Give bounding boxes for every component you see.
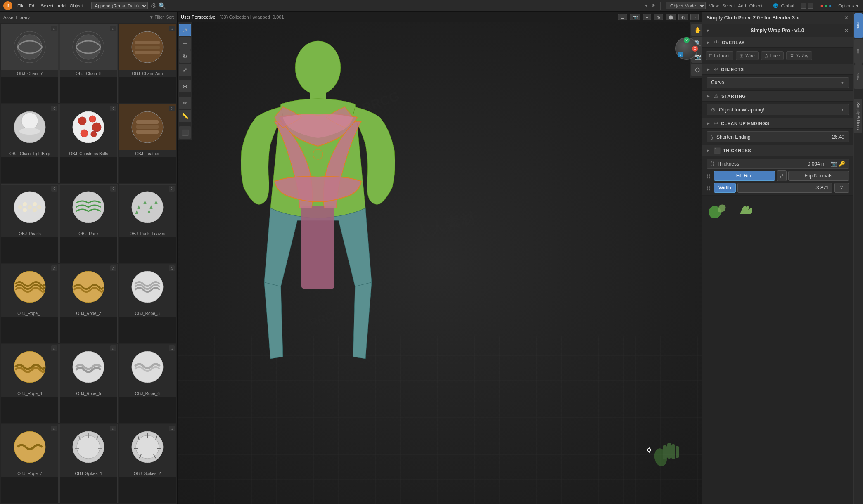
list-item[interactable]: ◇ OBJ_Chain_LightBulp bbox=[1, 104, 59, 183]
z-axis-orb: Z bbox=[678, 52, 683, 57]
list-item[interactable]: ◇ OBJ_Rope_1 bbox=[1, 264, 59, 343]
viewport-material-btn[interactable]: ◐ bbox=[678, 14, 688, 20]
list-item[interactable]: ◇ OBJ_Rope_6 bbox=[119, 344, 176, 423]
list-item[interactable]: ◇ OBJ_Rope_3 bbox=[119, 264, 176, 343]
list-item[interactable]: ◇ OBJ_Rank_Leaves bbox=[119, 184, 176, 263]
svg-rect-5 bbox=[135, 41, 160, 44]
menu-object[interactable]: Object bbox=[70, 3, 83, 8]
wrap-pro-close-icon[interactable]: ✕ bbox=[844, 27, 849, 34]
annotate-tool[interactable]: ✏ bbox=[179, 97, 191, 109]
list-item[interactable]: ◇ OBJ_Spikes_2 bbox=[119, 424, 176, 503]
wrap-pro-header[interactable]: ▾ Simply Wrap Pro - v1.0 ✕ bbox=[702, 24, 853, 37]
options-btn[interactable]: Options ▼ bbox=[838, 3, 860, 8]
overlay-section-header[interactable]: ▶ 👁 OVERLAY bbox=[702, 37, 853, 48]
append-mode-select[interactable]: Append (Reuse Data) bbox=[91, 2, 148, 9]
fill-rim-btn[interactable]: Fill Rim bbox=[714, 171, 775, 181]
list-item[interactable]: ◇ OBJ_Chain_8 bbox=[59, 24, 117, 103]
asset-thumb bbox=[60, 185, 117, 230]
thickness-content: ⟨⟩ Thickness 0.004 m 📷 🔑 ⟨⟩ Fill Rim ⇄ F… bbox=[702, 156, 853, 196]
cloth-pro-title: Simply Cloth Pro v. 2.0 - for Blender 3.… bbox=[707, 15, 799, 21]
asset-type-icon: ◇ bbox=[110, 345, 116, 351]
asset-name: OBJ_Rank_Leaves bbox=[119, 230, 176, 237]
asset-type-icon: ◇ bbox=[51, 26, 57, 31]
objects-section-header[interactable]: ▶ ↩ OBJECTS bbox=[702, 64, 853, 75]
object-wrap-row[interactable]: ⊙ Object for Wrapping! ▼ bbox=[707, 104, 849, 115]
wire-btn[interactable]: ⊞ Wire bbox=[736, 51, 759, 60]
viewport-title: User Perspective bbox=[181, 14, 216, 19]
list-item[interactable]: ◇ OBJ_Rope_2 bbox=[59, 264, 117, 343]
asset-name: OBJ_Rope_7 bbox=[1, 470, 58, 477]
flip-normals-btn[interactable]: Flip Normals bbox=[788, 171, 849, 181]
tab-item[interactable]: Item bbox=[854, 13, 863, 38]
list-item[interactable]: ◇ OBJ_Leather bbox=[119, 104, 176, 183]
menu-edit[interactable]: Edit bbox=[29, 3, 37, 8]
viewport-camera-btn[interactable]: 📷 bbox=[630, 14, 640, 20]
object-mode-select[interactable]: Object Mode bbox=[666, 2, 706, 9]
in-front-btn[interactable]: □ In Front bbox=[706, 51, 733, 60]
list-item[interactable]: ◇ OBJ_Rope_7 bbox=[1, 424, 59, 503]
thickness-section-header[interactable]: ▶ ⬛ THICKNESS bbox=[702, 145, 853, 156]
menu-add[interactable]: Add bbox=[57, 3, 66, 8]
list-item[interactable]: ◇ OBJ_Rank bbox=[59, 184, 117, 263]
viewport-render-btn[interactable]: ● bbox=[643, 14, 651, 20]
viewport-menu-btn[interactable]: ☰ bbox=[618, 14, 627, 20]
rotate-tool[interactable]: ↻ bbox=[179, 50, 191, 63]
scale-tool[interactable]: ⤢ bbox=[179, 64, 191, 76]
x-ray-label: X-Ray bbox=[796, 53, 808, 58]
keyframe-icon[interactable]: 🔑 bbox=[839, 161, 845, 167]
list-item[interactable]: ◇ OBJ_Chain_7 bbox=[1, 24, 59, 103]
proportional-icon bbox=[808, 3, 813, 9]
list-item[interactable]: ◇ OBJ_Rope_5 bbox=[59, 344, 117, 423]
transform-tool[interactable]: ⊕ bbox=[179, 80, 191, 92]
viewport-rendered-btn[interactable]: ○ bbox=[690, 14, 699, 20]
curve-row[interactable]: Curve ▼ bbox=[707, 77, 849, 88]
measure-tool[interactable]: 📏 bbox=[179, 110, 191, 122]
tab-tool[interactable]: Tool bbox=[854, 39, 863, 64]
tab-view[interactable]: View bbox=[854, 64, 863, 89]
viewport[interactable]: User Perspective (33) Collection | wrapp… bbox=[178, 12, 702, 504]
svg-rect-66 bbox=[667, 443, 671, 459]
viewport-shading-btn[interactable]: ◑ bbox=[654, 14, 663, 20]
width-label-btn[interactable]: Width bbox=[714, 183, 736, 193]
filter-btn[interactable]: ▼ Filter bbox=[149, 15, 164, 19]
list-item[interactable]: ◇ OBJ_Chain_Arm bbox=[119, 24, 176, 103]
search-icon[interactable]: 🔍 bbox=[159, 2, 166, 9]
list-item[interactable]: ◇ OBJ_Rope_4 bbox=[1, 344, 59, 423]
object-menu[interactable]: Object bbox=[749, 3, 763, 8]
asset-type-icon: ◇ bbox=[110, 26, 116, 31]
list-item[interactable]: ◇ OBJ_Christmas Balls bbox=[59, 104, 117, 183]
tab-simply-addons[interactable]: Simply Addons bbox=[854, 99, 862, 133]
grab-tool[interactable]: ✋ bbox=[691, 24, 702, 36]
perspective-tool[interactable]: ⬡ bbox=[691, 64, 702, 76]
cloth-pro-header[interactable]: Simply Cloth Pro v. 2.0 - for Blender 3.… bbox=[702, 12, 853, 24]
camera-icon[interactable]: 📷 bbox=[830, 161, 837, 167]
face-btn[interactable]: △ Face bbox=[761, 51, 784, 60]
x-axis-orb: X bbox=[692, 46, 698, 52]
figure-svg bbox=[211, 35, 425, 386]
cloth-pro-close-icon[interactable]: ✕ bbox=[844, 14, 849, 21]
menu-file[interactable]: File bbox=[17, 3, 25, 8]
shorten-icon: ⟆ bbox=[711, 134, 713, 140]
swap-icon[interactable]: ⇄ bbox=[777, 170, 787, 181]
move-tool[interactable]: ✛ bbox=[179, 37, 191, 50]
wrap-icon: ⊙ bbox=[711, 106, 716, 113]
add-menu[interactable]: Add bbox=[738, 3, 746, 8]
starting-section-header[interactable]: ▶ ⚠ STARTING bbox=[702, 91, 853, 102]
right-panel-content: Simply Cloth Pro v. 2.0 - for Blender 3.… bbox=[702, 12, 853, 504]
add-cube-tool[interactable]: ⬛ bbox=[179, 126, 191, 139]
x-ray-btn[interactable]: ✕ X-Ray bbox=[786, 51, 812, 60]
select-menu[interactable]: Select bbox=[722, 3, 735, 8]
view-menu[interactable]: View bbox=[709, 3, 719, 8]
list-item[interactable]: ◇ OBJ_Spikes_1 bbox=[59, 424, 117, 503]
navigation-orb[interactable]: X Y Z bbox=[675, 37, 698, 60]
nav-orb[interactable]: X Y Z bbox=[675, 37, 698, 60]
viewport-solid-btn[interactable]: ⬤ bbox=[666, 14, 676, 20]
select-tool[interactable]: ↗ bbox=[179, 24, 191, 36]
asset-thumb bbox=[60, 424, 117, 470]
list-item[interactable]: ◇ OBJ_Pearls bbox=[1, 184, 59, 263]
sort-btn[interactable]: Sort bbox=[166, 15, 174, 19]
settings-icon[interactable]: ⚙ bbox=[150, 2, 156, 9]
cleanup-section-header[interactable]: ▶ ✂ CLEAN UP ENDINGS bbox=[702, 118, 853, 129]
menu-select[interactable]: Select bbox=[41, 3, 54, 8]
curve-arrow-icon: ▼ bbox=[840, 80, 844, 85]
